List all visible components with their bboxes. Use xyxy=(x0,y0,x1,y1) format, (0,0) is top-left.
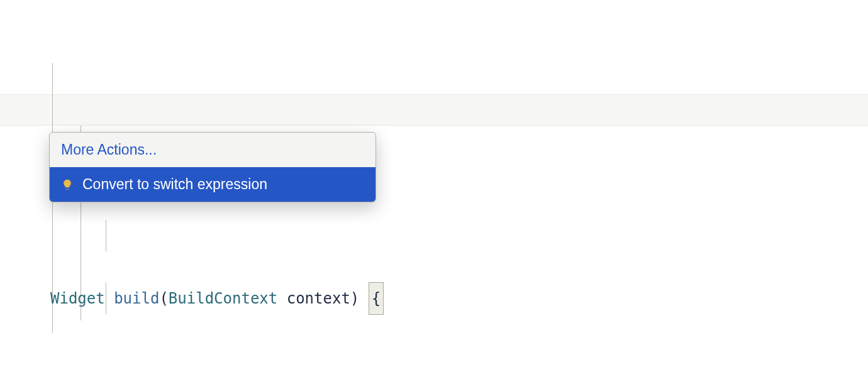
punct: ( xyxy=(159,283,168,314)
lightbulb-icon xyxy=(61,178,74,191)
type-name: Widget xyxy=(50,283,114,314)
space xyxy=(359,283,368,314)
punct: ) xyxy=(350,283,359,314)
intention-popup: More Actions... Convert to switch expres… xyxy=(49,132,376,202)
popup-item-label: Convert to switch expression xyxy=(82,176,267,193)
popup-header-label: More Actions... xyxy=(61,141,157,158)
method-name: build xyxy=(114,283,159,314)
identifier: context xyxy=(287,283,350,314)
popup-item-convert-switch-expression[interactable]: Convert to switch expression xyxy=(50,167,376,202)
code-line[interactable]: Widget build(BuildContext context) { xyxy=(50,283,868,314)
matched-brace: { xyxy=(369,282,384,315)
popup-more-actions[interactable]: More Actions... xyxy=(50,133,376,167)
editor-gutter xyxy=(0,0,50,367)
type-name: BuildContext xyxy=(169,283,287,314)
